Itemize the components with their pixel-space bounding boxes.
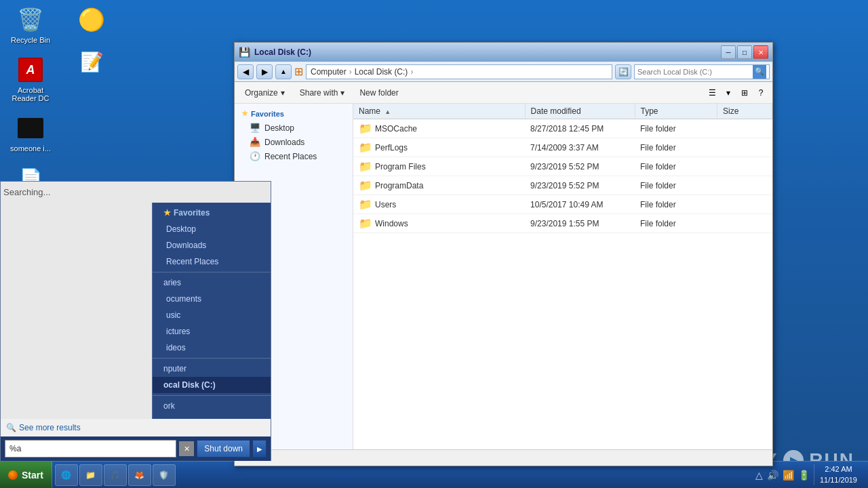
file-name-cell: 📁 ProgramData [353,176,525,195]
search-box[interactable]: 🔍 [634,64,770,79]
someone-icon[interactable]: someone i... [3,112,58,155]
view-controls: ☰ ▾ ⊞ ? [705,85,768,100]
file-size [717,195,772,214]
file-name: PerfLogs [375,143,408,152]
tray-volume-icon[interactable]: 🔊 [767,470,778,481]
windows-logo: ⊞ [294,65,303,78]
nav-favorites-section[interactable]: ★ Favorites [235,106,353,121]
taskbar-explorer[interactable]: 📁 [79,464,102,486]
table-row[interactable]: 📁 Windows 9/23/2019 1:55 PM File folder [353,214,772,233]
breadcrumb-sep1: › [349,67,352,77]
taskbar-media[interactable]: 🎵 [104,464,127,486]
window-titlebar[interactable]: 💾 Local Disk (C:) ─ □ ✕ [235,43,772,62]
col-header-type[interactable]: Type [635,104,717,119]
breadcrumb[interactable]: Computer › Local Disk (C:) › [306,64,612,79]
file-size [717,157,772,176]
nav-pane-recent[interactable]: 🕐 Recent Places [235,149,353,163]
col-header-date[interactable]: Date modified [525,104,635,119]
search-go-button[interactable]: 🔍 [753,65,766,79]
tray-notify-icon[interactable]: △ [755,470,763,481]
acrobat-icon[interactable]: A Acrobat Reader DC [3,54,58,105]
tray-network-icon[interactable]: 📶 [783,470,794,481]
recycle-bin-icon[interactable]: 🗑️ Recycle Bin [3,3,58,47]
share-with-button[interactable]: Share with ▾ [294,84,351,102]
start-menu: Searching... ★ Favorites Desktop Dow [0,181,271,461]
tray-battery-icon[interactable]: 🔋 [798,470,810,481]
clock-date: 11/11/2019 [820,475,857,485]
nav-documents[interactable]: ocuments [153,291,271,307]
nav-pictures[interactable]: ictures [153,323,271,340]
up-button[interactable]: ▲ [275,64,292,79]
file-name-cell: 📁 Users [353,195,525,214]
nav-computer[interactable]: nputer [153,361,271,377]
col-header-name[interactable]: Name ▲ [353,104,525,119]
system-clock[interactable]: 2:42 AM 11/11/2019 [814,464,863,485]
back-button[interactable]: ◀ [237,64,254,79]
toolbar: Organize ▾ Share with ▾ New folder ☰ ▾ ⊞… [235,82,772,104]
media-icon: 🎵 [110,470,121,481]
nav-downloads[interactable]: Downloads [153,237,271,253]
file-name: ProgramData [375,181,423,190]
window-controls: ─ □ ✕ [721,45,768,59]
close-button[interactable]: ✕ [753,45,768,59]
organize-arrow: ▾ [281,88,285,98]
file-type: File folder [635,138,717,157]
nav-desktop[interactable]: Desktop [153,221,271,237]
favorites-icon: ★ [241,109,248,118]
nav-pane-desktop[interactable]: 🖥️ Desktop [235,121,353,135]
window-title: Local Disk (C:) [254,47,717,57]
nav-network[interactable]: ork [153,398,271,414]
taskbar-firefox[interactable]: 🦊 [128,464,151,486]
search-field[interactable] [637,68,750,76]
view-toggle-button[interactable]: ▾ [721,85,736,100]
downloads-nav-icon: 📥 [250,137,260,147]
file-size [717,138,772,157]
word-icon[interactable]: 📝 [64,45,119,81]
view-list-button[interactable]: ☰ [705,85,719,100]
breadcrumb-sep2: › [410,67,413,77]
search-clear-button[interactable]: ✕ [179,441,194,456]
table-row[interactable]: 📁 Users 10/5/2017 10:49 AM File folder [353,195,772,214]
file-explorer-window: 💾 Local Disk (C:) ─ □ ✕ ◀ ▶ ▲ ⊞ Computer… [234,42,773,466]
help-button[interactable]: ? [753,85,768,100]
forward-button[interactable]: ▶ [256,64,273,79]
nav-pane-downloads[interactable]: 📥 Downloads [235,135,353,149]
search-input[interactable] [5,440,176,458]
table-row[interactable]: 📁 ProgramData 9/23/2019 5:52 PM File fol… [353,176,772,195]
chrome-icon[interactable]: 🟡 [64,3,119,39]
breadcrumb-computer: Computer [311,67,347,77]
acrobat-label: Acrobat Reader DC [6,86,55,102]
nav-recent-places[interactable]: Recent Places [153,253,271,270]
file-list: Name ▲ Date modified Type Size [353,104,772,449]
breadcrumb-refresh[interactable]: 🔄 [615,64,631,79]
organize-button[interactable]: Organize ▾ [239,84,291,102]
maximize-button[interactable]: □ [737,45,752,59]
table-row[interactable]: 📁 Program Files 9/23/2019 5:52 PM File f… [353,157,772,176]
taskbar-antivirus[interactable]: 🛡️ [153,464,176,486]
file-name-cell: 📁 MSOCache [353,119,525,138]
nav-local-disk[interactable]: ocal Disk (C:) [153,377,271,393]
file-date: 10/5/2017 10:49 AM [525,195,635,214]
see-more-results[interactable]: 🔍 See more results [1,419,271,436]
nav-libraries[interactable]: aries [153,274,271,291]
new-folder-button[interactable]: New folder [353,84,404,102]
table-row[interactable]: 📁 PerfLogs 7/14/2009 3:37 AM File folder [353,138,772,157]
shutdown-arrow-button[interactable]: ▶ [253,440,267,458]
col-header-size[interactable]: Size [717,104,772,119]
minimize-button[interactable]: ─ [721,45,736,59]
start-button[interactable]: Start [0,462,52,489]
explorer-body: ★ Favorites 🖥️ Desktop 📥 Downloads 🕐 Rec… [235,104,772,449]
nav-favorites[interactable]: ★ Favorites [153,203,271,221]
address-bar: ◀ ▶ ▲ ⊞ Computer › Local Disk (C:) › 🔄 🔍 [235,62,772,82]
file-name-cell: 📁 Windows [353,214,525,233]
view-pane-button[interactable]: ⊞ [737,85,752,100]
taskbar-ie[interactable]: 🌐 [55,464,78,486]
nav-videos[interactable]: ideos [153,340,271,356]
share-arrow: ▾ [340,88,344,98]
file-type: File folder [635,195,717,214]
table-row[interactable]: 📁 MSOCache 8/27/2018 12:45 PM File folde… [353,119,772,138]
shutdown-label: Shut down [204,444,243,453]
file-date: 9/23/2019 5:52 PM [525,176,635,195]
shutdown-button[interactable]: Shut down [197,440,250,458]
nav-music[interactable]: usic [153,307,271,323]
